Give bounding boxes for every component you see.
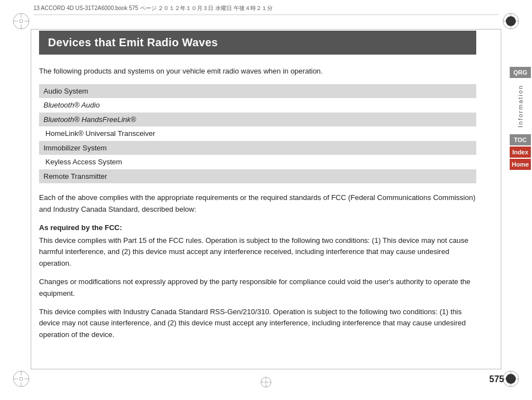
table-row: Bluetooth® HandsFreeLink®	[39, 113, 476, 127]
body-paragraph-1: Each of the above complies with the appr…	[39, 192, 476, 216]
svg-point-12	[506, 16, 516, 26]
table-row: Audio System	[39, 84, 476, 99]
body-paragraph-fcc: This device complies with Part 15 of the…	[39, 235, 476, 270]
table-cell: Bluetooth® HandsFreeLink®	[39, 113, 476, 127]
intro-paragraph: The following products and systems on yo…	[39, 66, 476, 77]
page-title: Devices that Emit Radio Waves	[48, 36, 218, 48]
svg-point-14	[20, 377, 23, 381]
file-info-text: 13 ACCORD 4D US-31T2A6000.book 575 ページ ２…	[33, 4, 273, 12]
page-border-bottom	[31, 369, 501, 369]
table-row: Immobilizer System	[39, 141, 476, 155]
svg-point-27	[265, 381, 267, 383]
corner-decoration-tl	[11, 11, 31, 31]
table-row: Remote Transmitter	[39, 169, 476, 184]
qrg-label: QRG	[513, 69, 527, 76]
sidebar-section-label: Information	[517, 85, 524, 128]
device-table: Audio System Bluetooth® Audio Bluetooth®…	[39, 84, 476, 184]
table-cell: HomeLink® Universal Transceiver	[39, 126, 476, 141]
table-cell: Remote Transmitter	[39, 169, 476, 184]
table-row: Bluetooth® Audio	[39, 98, 476, 113]
qrg-button[interactable]: QRG	[510, 67, 531, 78]
table-cell: Keyless Access System	[39, 155, 476, 169]
home-button[interactable]: Home	[510, 159, 531, 170]
page-number: 575	[489, 374, 504, 384]
toc-button[interactable]: TOC	[510, 134, 531, 145]
page-border-top	[31, 29, 501, 30]
page-title-bar: Devices that Emit Radio Waves	[39, 31, 476, 55]
index-button[interactable]: Index	[510, 147, 531, 158]
corner-decoration-tr	[501, 11, 521, 31]
table-row: HomeLink® Universal Transceiver	[39, 126, 476, 141]
page-border-left	[31, 29, 31, 369]
body-paragraph-changes: Changes or modifications not expressly a…	[39, 276, 476, 300]
table-cell: Audio System	[39, 84, 476, 99]
body-paragraph-canada: This device complies with Industry Canad…	[39, 306, 476, 341]
file-info-bar: 13 ACCORD 4D US-31T2A6000.book 575 ページ ２…	[33, 4, 499, 15]
right-sidebar: QRG Information TOC Index Home	[509, 67, 532, 170]
home-label: Home	[512, 161, 529, 168]
svg-point-25	[506, 374, 516, 384]
index-label: Index	[512, 149, 529, 155]
page-border-right	[501, 29, 501, 369]
main-content: Devices that Emit Radio Waves The follow…	[39, 31, 476, 367]
toc-label: TOC	[514, 136, 526, 143]
table-cell: Bluetooth® Audio	[39, 98, 476, 113]
table-row: Keyless Access System	[39, 155, 476, 169]
svg-point-1	[20, 19, 23, 23]
crosshair-bottom-center	[259, 375, 273, 389]
table-cell: Immobilizer System	[39, 141, 476, 155]
corner-decoration-bl	[11, 369, 31, 389]
body-paragraph-fcc-lead: As required by the FCC:	[39, 222, 476, 234]
